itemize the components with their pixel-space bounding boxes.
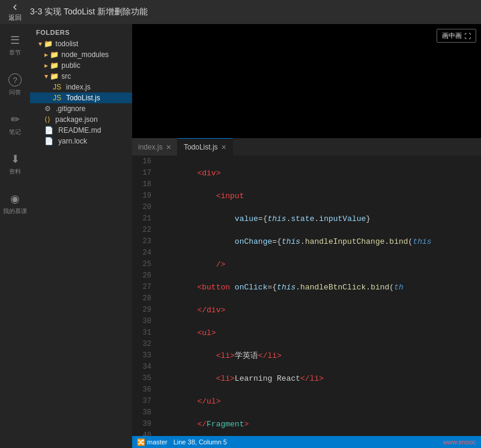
status-branch: 🔀 master [137, 438, 168, 446]
sidebar-item-chapters[interactable]: ☰ 章节 [0, 30, 30, 61]
code-line-20: /> [160, 259, 481, 270]
mycourse-label: 我的慕课 [3, 207, 27, 216]
pip-icon: ⛶ [464, 32, 471, 40]
code-line-24: <li>学英语</li> [160, 350, 481, 362]
folder-icon: ▸ 📁 [44, 61, 59, 70]
chapters-icon: ☰ [10, 34, 20, 47]
code-line-26: </ul> [160, 396, 481, 407]
status-bar: 🔀 master Line 38, Column 5 www.imooc [132, 436, 481, 448]
tree-item-readme[interactable]: 📄 README.md [30, 125, 132, 136]
js-file-icon: JS [53, 83, 61, 91]
pip-label: 画中画 [442, 31, 462, 40]
tab-todolist-js-close[interactable]: × [222, 142, 226, 152]
mycourse-icon: ◉ [10, 192, 20, 205]
tab-index-js-close[interactable]: × [166, 142, 171, 152]
tree-item-gitignore[interactable]: ⚙ .gitignore [30, 103, 132, 114]
back-button[interactable]: 返回 [6, 2, 24, 22]
video-controls: 画中画 ⛶ [437, 29, 476, 43]
page-title: 3-3 实现 TodoList 新增删除功能 [30, 7, 148, 17]
code-line-25: <li>Learning React</li> [160, 373, 481, 384]
tab-index-js-label: index.js [138, 143, 163, 151]
code-line-16: <div> [160, 168, 481, 179]
back-label: 返回 [8, 13, 22, 22]
sidebar-icons: ☰ 章节 ? 问答 ✏ 笔记 ⬇ 资料 ◉ 我的慕课 [0, 24, 30, 448]
md-icon: 📄 [44, 126, 53, 135]
code-line-19: onChange={this.handleInputChange.bind(th… [160, 236, 481, 247]
code-container[interactable]: 1617181920 2122232425 2627282930 3132333… [132, 156, 481, 436]
tree-item-package-json[interactable]: ⟨⟩ package.json [30, 114, 132, 125]
tree-item-todolist-js[interactable]: JS TodoList.js [30, 92, 132, 103]
qa-label: 问答 [9, 88, 21, 97]
resources-icon: ⬇ [11, 153, 20, 166]
resources-label: 资料 [9, 168, 21, 176]
notes-label: 笔记 [9, 128, 21, 136]
folder-icon: ▸ 📁 [44, 50, 59, 59]
code-line-21: <button onClick={this.handleBtnClick.bin… [160, 282, 481, 293]
tab-bar: index.js × TodoList.js × [132, 138, 481, 156]
chapters-label: 章节 [9, 49, 21, 57]
tab-todolist-js[interactable]: TodoList.js × [178, 138, 233, 156]
code-line-27: </Fragment> [160, 419, 481, 430]
qa-icon: ? [8, 73, 22, 86]
explorer-header: FOLDERS [30, 24, 132, 38]
tree-item-node-modules[interactable]: ▸ 📁 node_modules [30, 49, 132, 60]
tree-item-index-js[interactable]: JS index.js [30, 82, 132, 92]
tab-index-js[interactable]: index.js × [132, 138, 178, 156]
tab-todolist-js-label: TodoList.js [184, 143, 218, 151]
folder-icon: ▾ 📁 [38, 40, 53, 48]
status-left: 🔀 master Line 38, Column 5 [137, 438, 227, 446]
file-explorer: FOLDERS ▾ 📁 todolist ▸ 📁 node_modules ▸ … [30, 24, 132, 448]
editor-area: 画中画 ⛶ index.js × TodoList.js × 161718192… [132, 24, 481, 448]
watermark: www.imooc [443, 438, 476, 446]
sidebar-item-mycourse[interactable]: ◉ 我的慕课 [0, 189, 30, 219]
tree-item-todolist[interactable]: ▾ 📁 todolist [30, 38, 132, 49]
code-line-18: value={this.state.inputValue} [160, 213, 481, 225]
notes-icon: ✏ [11, 113, 20, 126]
code-line-17: <input [160, 190, 481, 202]
tree-item-public[interactable]: ▸ 📁 public [30, 60, 132, 71]
top-bar: 返回 3-3 实现 TodoList 新增删除功能 [0, 0, 481, 24]
line-numbers: 1617181920 2122232425 2627282930 3132333… [132, 156, 157, 436]
pip-button[interactable]: 画中画 ⛶ [437, 29, 476, 43]
sidebar-item-qa[interactable]: ? 问答 [0, 70, 30, 100]
code-content[interactable]: <div> <input value={this.state.inputValu… [157, 156, 481, 436]
code-line-23: <ul> [160, 327, 481, 339]
tree-item-yarn-lock[interactable]: 📄 yarn.lock [30, 136, 132, 147]
sidebar-item-resources[interactable]: ⬇ 资料 [0, 149, 30, 180]
sidebar-item-notes[interactable]: ✏ 笔记 [0, 109, 30, 140]
file-icon: ⚙ [44, 104, 51, 113]
js-file-icon: JS [53, 94, 61, 102]
json-icon: ⟨⟩ [44, 115, 50, 124]
tree-item-src[interactable]: ▾ 📁 src [30, 71, 132, 82]
video-panel: 画中画 ⛶ [132, 24, 481, 138]
file-icon: 📄 [44, 137, 53, 145]
main-layout: ☰ 章节 ? 问答 ✏ 笔记 ⬇ 资料 ◉ 我的慕课 FOLDERS ▾ 📁 t… [0, 24, 481, 448]
status-line-col: Line 38, Column 5 [174, 438, 227, 446]
code-line-22: </div> [160, 304, 481, 316]
folder-icon: ▾ 📁 [44, 72, 59, 80]
